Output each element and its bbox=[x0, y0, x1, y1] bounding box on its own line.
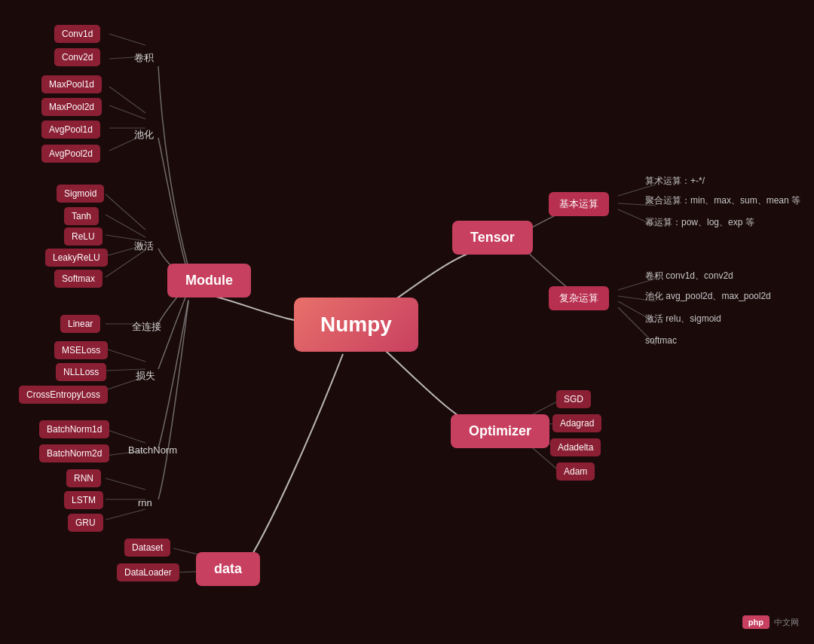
miyunsuan-text: 幂运算：pow、log、exp 等 bbox=[645, 216, 754, 229]
chihua-label: 池化 bbox=[134, 128, 154, 142]
avgpool1d-node: AvgPool1d bbox=[41, 121, 100, 139]
watermark: php 中文网 bbox=[742, 615, 799, 629]
batchnorm2d-node: BatchNorm2d bbox=[39, 444, 109, 462]
tensor-chihua-text: 池化 avg_pool2d、max_pool2d bbox=[645, 290, 771, 303]
optimizer-node: Optimizer bbox=[451, 414, 549, 448]
svg-line-17 bbox=[106, 478, 145, 490]
fuzayunsuan-node: 复杂运算 bbox=[549, 286, 609, 310]
crossentropyloss-node: CrossEntropyLoss bbox=[19, 386, 108, 404]
linear-node: Linear bbox=[60, 315, 100, 333]
juheyunsuan-text: 聚合运算：min、max、sum、mean 等 bbox=[645, 194, 800, 207]
svg-line-10 bbox=[106, 250, 145, 277]
svg-line-15 bbox=[106, 429, 145, 443]
dataset-node: Dataset bbox=[124, 539, 170, 557]
sunshi-label: 损失 bbox=[136, 369, 155, 383]
shushusuansuan-text: 算术运算：+-*/ bbox=[645, 175, 705, 188]
tanh-node: Tanh bbox=[64, 207, 99, 225]
svg-line-7 bbox=[106, 215, 145, 237]
adagrad-node: Adagrad bbox=[552, 414, 601, 432]
mseloss-node: MSELoss bbox=[54, 341, 108, 359]
sgd-node: SGD bbox=[556, 390, 591, 408]
dataloader-node: DataLoader bbox=[117, 563, 179, 581]
adam-node: Adam bbox=[556, 462, 595, 481]
avgpool2d-node: AvgPool2d bbox=[41, 145, 100, 163]
center-node: Numpy bbox=[294, 298, 418, 352]
tensor-node: Tensor bbox=[452, 221, 533, 255]
svg-line-6 bbox=[106, 194, 145, 230]
tensor-juanji-text: 卷积 conv1d、conv2d bbox=[645, 270, 733, 282]
tensor-jihuo-text: 激活 relu、sigmoid bbox=[645, 313, 721, 325]
svg-line-12 bbox=[106, 349, 145, 362]
gru-node: GRU bbox=[68, 514, 103, 532]
batchnorm-label: BatchNorm bbox=[128, 444, 177, 456]
watermark-badge: php bbox=[742, 615, 770, 629]
leakyrelu-node: LeakyReLU bbox=[45, 249, 108, 267]
jibensuansuan-node: 基本运算 bbox=[549, 192, 609, 216]
relu-node: ReLU bbox=[64, 227, 103, 246]
lstm-node: LSTM bbox=[64, 491, 103, 509]
conv2d-node: Conv2d bbox=[54, 48, 100, 66]
svg-line-2 bbox=[109, 87, 145, 113]
jihuo-label: 激活 bbox=[134, 240, 154, 253]
svg-line-3 bbox=[109, 105, 145, 119]
adadelta-node: Adadelta bbox=[550, 438, 601, 456]
data-node: data bbox=[196, 552, 260, 586]
maxpool1d-node: MaxPool1d bbox=[41, 75, 102, 93]
juanji-label: 卷积 bbox=[134, 51, 154, 65]
svg-line-19 bbox=[106, 509, 145, 520]
sigmoid-node: Sigmoid bbox=[57, 185, 104, 203]
svg-line-0 bbox=[109, 34, 145, 45]
softmac-text: softmac bbox=[645, 335, 677, 346]
nllloss-node: NLLLoss bbox=[56, 363, 106, 381]
maxpool2d-node: MaxPool2d bbox=[41, 98, 102, 116]
rnn-node: RNN bbox=[66, 469, 101, 487]
rnn-label: rnn bbox=[138, 497, 152, 508]
module-node: Module bbox=[167, 264, 251, 298]
batchnorm1d-node: BatchNorm1d bbox=[39, 420, 109, 438]
softmax-node: Softmax bbox=[54, 270, 103, 288]
watermark-text: 中文网 bbox=[774, 617, 799, 628]
quanlianjie-label: 全连接 bbox=[132, 320, 161, 334]
conv1d-node: Conv1d bbox=[54, 25, 100, 43]
